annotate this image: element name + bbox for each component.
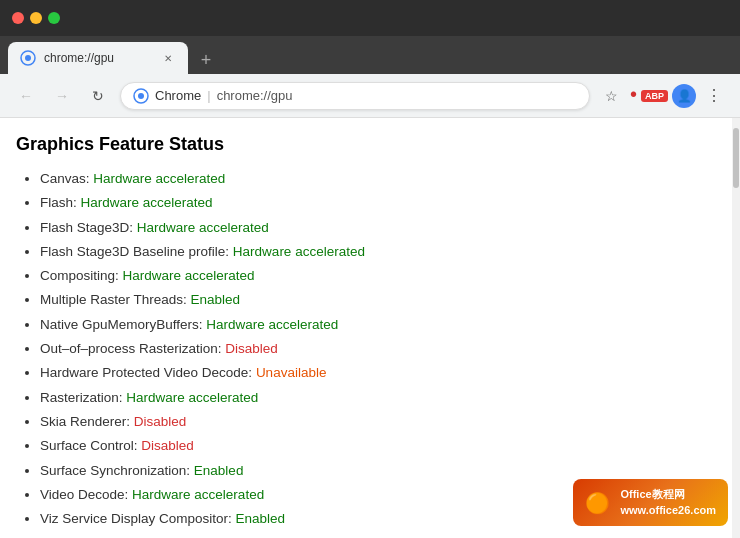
feature-item: WebGL: Hardware accelerated [40, 531, 708, 538]
back-button[interactable]: ← [12, 82, 40, 110]
feature-label: Flash: [40, 195, 81, 210]
feature-status: Enabled [191, 292, 241, 307]
feature-item: Rasterization: Hardware accelerated [40, 386, 708, 410]
bookmark-icon[interactable]: ☆ [598, 82, 626, 110]
feature-label: Multiple Raster Threads: [40, 292, 191, 307]
feature-status: Hardware accelerated [126, 390, 258, 405]
section1-title: Graphics Feature Status [16, 134, 708, 155]
feature-item: Native GpuMemoryBuffers: Hardware accele… [40, 313, 708, 337]
svg-point-3 [138, 93, 144, 99]
feature-item: Multiple Raster Threads: Enabled [40, 288, 708, 312]
feature-label: Canvas: [40, 171, 93, 186]
feature-status: Enabled [236, 511, 286, 526]
feature-label: Surface Synchronization: [40, 463, 194, 478]
feature-item: Flash Stage3D Baseline profile: Hardware… [40, 240, 708, 264]
tabbar: chrome://gpu ✕ + [0, 36, 740, 74]
feature-label: Compositing: [40, 268, 123, 283]
svg-point-1 [25, 55, 31, 61]
watermark: 🟠 Office教程网 www.office26.com [573, 479, 728, 526]
feature-status: Enabled [194, 463, 244, 478]
nav-right-controls: ☆ • ABP 👤 ⋮ [598, 82, 728, 110]
navbar: ← → ↻ Chrome | chrome://gpu ☆ • ABP 👤 ⋮ [0, 74, 740, 118]
feature-label: Out–of–process Rasterization: [40, 341, 225, 356]
feature-status: Unavailable [256, 365, 327, 380]
tab-close-button[interactable]: ✕ [160, 50, 176, 66]
feature-status: Disabled [141, 438, 194, 453]
feature-item: Skia Renderer: Disabled [40, 410, 708, 434]
feature-status: Disabled [134, 414, 187, 429]
feature-status: Hardware accelerated [206, 317, 338, 332]
traffic-lights [12, 12, 60, 24]
abp-button[interactable]: ABP [641, 90, 668, 102]
feature-label: Surface Control: [40, 438, 141, 453]
feature-label: Skia Renderer: [40, 414, 134, 429]
titlebar [0, 0, 740, 36]
watermark-icon: 🟠 [585, 491, 610, 515]
feature-status: Hardware accelerated [123, 268, 255, 283]
feature-item: Out–of–process Rasterization: Disabled [40, 337, 708, 361]
feature-status: Hardware accelerated [93, 171, 225, 186]
watermark-text: Office教程网 www.office26.com [620, 487, 716, 518]
feature-status: Hardware accelerated [137, 220, 269, 235]
feature-item: Flash: Hardware accelerated [40, 191, 708, 215]
scrollbar[interactable] [732, 118, 740, 538]
main-content: Graphics Feature Status Canvas: Hardware… [0, 118, 732, 538]
tab-title: chrome://gpu [44, 51, 152, 65]
notification-indicator: • [630, 83, 637, 106]
feature-item: Hardware Protected Video Decode: Unavail… [40, 361, 708, 385]
feature-item: Flash Stage3D: Hardware accelerated [40, 216, 708, 240]
feature-label: Viz Service Display Compositor: [40, 511, 236, 526]
feature-label: Hardware Protected Video Decode: [40, 365, 256, 380]
profile-avatar[interactable]: 👤 [672, 84, 696, 108]
new-tab-button[interactable]: + [192, 46, 220, 74]
tab-favicon [20, 50, 36, 66]
feature-status: Hardware accelerated [233, 244, 365, 259]
address-bar[interactable]: Chrome | chrome://gpu [120, 82, 590, 110]
maximize-button[interactable] [48, 12, 60, 24]
feature-status: Hardware accelerated [132, 487, 264, 502]
feature-label: Flash Stage3D: [40, 220, 137, 235]
address-separator: | [207, 88, 210, 103]
forward-button[interactable]: → [48, 82, 76, 110]
address-url: chrome://gpu [217, 88, 577, 103]
active-tab[interactable]: chrome://gpu ✕ [8, 42, 188, 74]
address-favicon [133, 88, 149, 104]
address-chrome-label: Chrome [155, 88, 201, 103]
reload-button[interactable]: ↻ [84, 82, 112, 110]
scrollbar-thumb[interactable] [733, 128, 739, 188]
feature-label: Flash Stage3D Baseline profile: [40, 244, 233, 259]
feature-status: Disabled [225, 341, 278, 356]
feature-item: Surface Control: Disabled [40, 434, 708, 458]
feature-label: Rasterization: [40, 390, 126, 405]
content-wrapper: Graphics Feature Status Canvas: Hardware… [0, 118, 740, 538]
feature-label: Video Decode: [40, 487, 132, 502]
close-button[interactable] [12, 12, 24, 24]
minimize-button[interactable] [30, 12, 42, 24]
feature-status: Hardware accelerated [81, 195, 213, 210]
feature-label: Native GpuMemoryBuffers: [40, 317, 206, 332]
menu-button[interactable]: ⋮ [700, 82, 728, 110]
feature-item: Canvas: Hardware accelerated [40, 167, 708, 191]
feature-item: Compositing: Hardware accelerated [40, 264, 708, 288]
